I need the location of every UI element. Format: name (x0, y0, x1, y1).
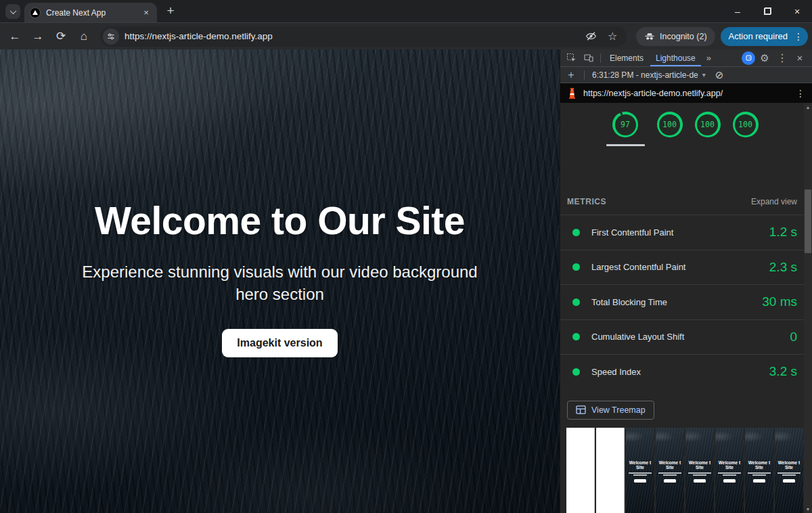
report-menu-button[interactable]: ⋮ (796, 88, 805, 99)
score-gauge-performance[interactable]: 97 (606, 112, 645, 146)
filmstrip-frame: Welcome t Site (745, 428, 773, 513)
metric-label: Speed Index (591, 367, 769, 377)
score-ring: 97 (612, 112, 638, 137)
report-body: 97 100 100 (560, 103, 812, 513)
metric-value: 3.2 s (769, 364, 797, 379)
metric-pass-icon (572, 263, 580, 271)
filmstrip-frame-subtitle (629, 472, 652, 476)
filmstrip-frame-subtitle (748, 472, 771, 476)
expand-view-button[interactable]: Expand view (751, 197, 797, 206)
score-gauge-3[interactable]: 100 (695, 112, 721, 146)
filmstrip-frame: Welcome t Site (715, 428, 744, 513)
window-restore-button[interactable] (752, 0, 782, 22)
new-report-button[interactable]: + (563, 68, 579, 83)
forward-button[interactable]: → (27, 26, 49, 47)
report-url-row: https://nextjs-article-demo.netlify.app/… (560, 83, 812, 103)
score-gauge-2[interactable]: 100 (657, 112, 683, 146)
tab-lighthouse[interactable]: Lighthouse (650, 49, 701, 66)
devtools-settings-button[interactable]: ⚙ (757, 51, 773, 66)
titlebar: Create Next App × + – × (0, 0, 812, 22)
metric-row-lcp: Largest Contentful Paint 2.3 s (560, 250, 804, 285)
metrics-section-title: METRICS (567, 197, 606, 206)
devtools-tab-bar: Elements Lighthouse » ⚙ ⋮ × (560, 49, 812, 67)
view-treemap-button[interactable]: View Treemap (567, 401, 654, 420)
divider (584, 70, 585, 80)
imagekit-version-button[interactable]: Imagekit version (222, 329, 337, 357)
browser-window: Create Next App × + – × ← → ⟳ ⌂ (0, 0, 812, 513)
inspect-icon (566, 53, 577, 63)
tab-close-button[interactable]: × (141, 7, 152, 18)
address-bar[interactable]: https://nextjs-article-demo.netlify.app … (100, 26, 627, 47)
reload-button[interactable]: ⟳ (50, 26, 72, 47)
filmstrip-frame-title: Welcome t Site (775, 460, 803, 470)
filmstrip-frame-button (723, 479, 736, 483)
new-tab-button[interactable]: + (161, 1, 180, 20)
score-gauge-4[interactable]: 100 (733, 112, 759, 146)
filmstrip-frame-title: Welcome t Site (627, 460, 654, 470)
report-selector-label: 6:31:28 PM - nextjs-article-de (592, 70, 698, 80)
filmstrip-frame-title: Welcome t Site (686, 460, 713, 470)
browser-tab[interactable]: Create Next App × (24, 3, 157, 22)
device-toolbar-button[interactable] (581, 51, 597, 66)
action-required-button[interactable]: Action required ⋮ (721, 27, 808, 46)
web-page-viewport: Welcome to Our Site Experience stunning … (0, 49, 560, 513)
eye-off-button[interactable] (583, 29, 598, 44)
filmstrip-frame-button (753, 479, 765, 483)
eye-off-icon (585, 30, 597, 42)
selected-category-underline (606, 144, 645, 146)
scroll-up-button[interactable]: ▲ (806, 103, 811, 111)
lighthouse-toolbar: + 6:31:28 PM - nextjs-article-de ▾ ⊘ (560, 67, 812, 83)
divider (600, 53, 601, 63)
score-value: 100 (735, 114, 756, 135)
filmstrip-frame-button (783, 479, 795, 483)
home-button[interactable]: ⌂ (73, 26, 95, 47)
window-controls: – × (723, 0, 812, 22)
metric-label: Largest Contentful Paint (591, 262, 769, 272)
ai-assistance-button[interactable] (742, 51, 755, 65)
report-scrollbar[interactable]: ▲ ▼ (804, 103, 812, 513)
metric-pass-icon (572, 333, 580, 340)
more-tabs-button[interactable]: » (702, 53, 715, 63)
hero-title: Welcome to Our Site (95, 201, 465, 242)
score-value: 100 (659, 114, 680, 135)
tab-elements[interactable]: Elements (604, 49, 649, 66)
filmstrip-frame-subtitle (777, 472, 800, 476)
metric-value: 2.3 s (769, 260, 797, 275)
metric-row-speed-index: Speed Index 3.2 s (560, 354, 804, 389)
device-toolbar-icon (583, 53, 594, 63)
hero-subtitle: Experience stunning visuals with our vid… (74, 261, 487, 306)
filmstrip-frame-subtitle (658, 472, 681, 476)
scroll-down-button[interactable]: ▼ (806, 505, 811, 513)
clear-reports-button[interactable]: ⊘ (715, 69, 724, 81)
filmstrip-frame-button (634, 479, 646, 483)
score-ring: 100 (657, 112, 683, 137)
devtools-menu-button[interactable]: ⋮ (774, 51, 790, 66)
report-selector[interactable]: 6:31:28 PM - nextjs-article-de ▾ (589, 70, 708, 80)
metric-pass-icon (572, 368, 580, 376)
action-required-label: Action required (729, 31, 788, 41)
window-close-button[interactable]: × (782, 0, 812, 22)
devtools-close-button[interactable]: × (792, 51, 808, 66)
back-button[interactable]: ← (4, 26, 26, 47)
filmstrip-frame: Welcome t Site (626, 428, 654, 513)
metric-label: Cumulative Layout Shift (591, 332, 790, 342)
site-settings-button[interactable] (103, 28, 119, 45)
filmstrip-frame: Welcome t Site (656, 428, 684, 513)
score-gauges: 97 100 100 (560, 103, 804, 146)
metric-row-cls: Cumulative Layout Shift 0 (560, 319, 804, 355)
metrics-header: METRICS Expand view (567, 197, 797, 206)
inspect-element-button[interactable] (563, 51, 579, 66)
incognito-label: Incognito (2) (660, 32, 706, 41)
window-minimize-button[interactable]: – (723, 0, 752, 22)
restore-icon (764, 7, 771, 15)
ai-assistance-icon (745, 54, 752, 62)
metric-pass-icon (572, 229, 580, 236)
metric-value: 30 ms (762, 294, 797, 309)
tab-search-button[interactable] (5, 4, 20, 19)
scrollbar-track[interactable] (804, 111, 812, 505)
filmstrip-frame-subtitle (718, 472, 741, 476)
bookmark-star-button[interactable]: ☆ (605, 29, 620, 44)
scrollbar-thumb[interactable] (805, 189, 811, 253)
browser-menu-icon: ⋮ (793, 31, 804, 42)
metric-label: First Contentful Paint (591, 227, 769, 238)
